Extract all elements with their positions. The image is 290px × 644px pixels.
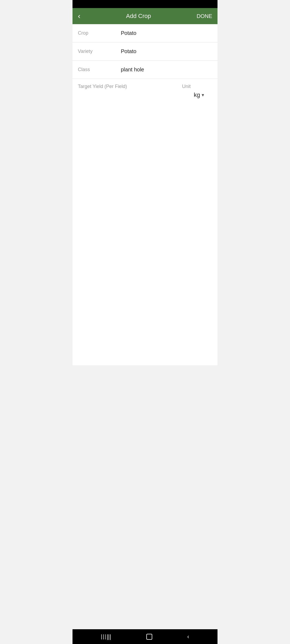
menu-icon[interactable]: ||| bbox=[101, 633, 111, 640]
class-value: plant hole bbox=[121, 67, 212, 73]
target-yield-row: Target Yield (Per Field) Unit kg ▾ bbox=[73, 79, 218, 101]
crop-label: Crop bbox=[78, 30, 121, 36]
crop-row[interactable]: Crop Potato bbox=[73, 24, 218, 42]
class-row[interactable]: Class plant hole bbox=[73, 61, 218, 79]
done-button[interactable]: DONE bbox=[197, 13, 212, 19]
variety-row[interactable]: Variety Potato bbox=[73, 42, 218, 61]
class-label: Class bbox=[78, 67, 121, 72]
chevron-down-icon: ▾ bbox=[202, 92, 204, 98]
page-title: Add Crop bbox=[80, 13, 197, 20]
nav-back-icon[interactable]: ‹ bbox=[187, 633, 189, 640]
variety-label: Variety bbox=[78, 49, 121, 54]
bottom-nav: ||| ‹ bbox=[73, 629, 218, 644]
back-button[interactable]: ‹ bbox=[78, 12, 80, 20]
unit-label: Unit bbox=[182, 84, 191, 89]
target-yield-bottom: kg ▾ bbox=[78, 92, 212, 98]
target-yield-top: Target Yield (Per Field) Unit bbox=[78, 84, 212, 89]
unit-value: kg bbox=[194, 92, 200, 98]
form-container: Crop Potato Variety Potato Class plant h… bbox=[73, 24, 218, 365]
target-yield-label: Target Yield (Per Field) bbox=[78, 84, 182, 89]
variety-value: Potato bbox=[121, 48, 212, 54]
home-icon[interactable] bbox=[146, 634, 152, 640]
unit-selector[interactable]: kg ▾ bbox=[194, 92, 204, 98]
empty-content-area bbox=[73, 365, 218, 629]
status-bar bbox=[73, 0, 218, 8]
header: ‹ Add Crop DONE bbox=[73, 8, 218, 24]
crop-value: Potato bbox=[121, 30, 212, 36]
